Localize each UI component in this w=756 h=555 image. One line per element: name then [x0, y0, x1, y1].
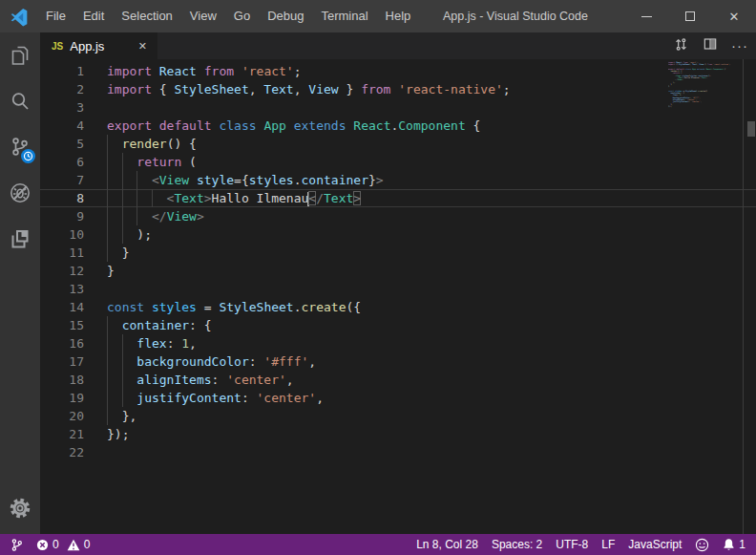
indent-guide	[107, 407, 108, 425]
menu-file[interactable]: File	[37, 0, 74, 32]
eol-setting[interactable]: LF	[595, 534, 621, 555]
code-line[interactable]: 11 }	[40, 244, 756, 262]
indent-guide	[107, 225, 108, 244]
code-area[interactable]: 1import React from 'react';2import { Sty…	[40, 59, 756, 534]
extensions-icon[interactable]	[0, 216, 40, 262]
maximize-icon	[685, 11, 695, 21]
search-icon[interactable]	[0, 78, 40, 124]
indent-guide	[107, 244, 108, 262]
code-line[interactable]: 21});	[40, 425, 756, 443]
code-line[interactable]: 22	[40, 443, 756, 461]
indent-guide	[122, 225, 123, 244]
tab-bar: JS App.js ✕	[40, 32, 756, 59]
code-line[interactable]: 13	[40, 280, 756, 298]
tab-close-icon[interactable]: ✕	[136, 38, 150, 54]
indent-guide	[122, 207, 123, 225]
line-number: 19	[40, 389, 84, 407]
sync-clock-badge	[21, 149, 35, 163]
code-line[interactable]: 1import React from 'react';	[40, 62, 756, 80]
notification-count: 1	[739, 538, 746, 551]
language-mode[interactable]: JavaScript	[621, 534, 688, 555]
menu-help[interactable]: Help	[377, 0, 420, 32]
code-line[interactable]: 19 justifyContent: 'center',	[40, 389, 756, 407]
settings-gear-icon[interactable]	[0, 490, 40, 526]
error-icon	[36, 539, 49, 551]
bell-icon	[723, 538, 735, 551]
cursor-position[interactable]: Ln 8, Col 28	[410, 534, 485, 555]
indent-guide	[136, 171, 137, 189]
code-line[interactable]: 20 },	[40, 407, 756, 425]
smiley-icon	[695, 538, 709, 552]
menu-terminal[interactable]: Terminal	[312, 0, 376, 32]
menu-debug[interactable]: Debug	[259, 0, 312, 32]
window-title: App.js - Visual Studio Code	[443, 10, 588, 23]
code-line[interactable]: 8 <Text>Hallo Ilmenau</Text>	[40, 189, 756, 207]
line-number: 1	[40, 62, 84, 80]
scrollbar-thumb[interactable]	[747, 121, 755, 137]
git-branch-button[interactable]	[4, 534, 30, 555]
indent-guide	[107, 207, 108, 225]
code-line[interactable]: 7 <View style={styles.container}>	[40, 171, 756, 189]
line-number: 6	[40, 153, 84, 171]
code-line[interactable]: 14const styles = StyleSheet.create({	[40, 298, 756, 316]
menu-view[interactable]: View	[181, 0, 225, 32]
indent-guide	[136, 207, 137, 225]
indent-guide	[107, 334, 108, 352]
code-line[interactable]: 16 flex: 1,	[40, 334, 756, 352]
code-line[interactable]: 18 alignItems: 'center',	[40, 371, 756, 389]
indent-guide	[107, 371, 108, 389]
git-branch-icon	[10, 538, 23, 552]
code-line[interactable]: 17 backgroundColor: '#fff',	[40, 352, 756, 371]
menu-selection[interactable]: Selection	[113, 0, 180, 32]
vscode-logo-icon	[10, 7, 29, 26]
line-number: 11	[40, 244, 84, 262]
tab-appjs[interactable]: JS App.js ✕	[40, 32, 158, 59]
minimize-button[interactable]	[624, 0, 668, 32]
encoding-setting[interactable]: UTF-8	[549, 534, 595, 555]
indent-guide	[107, 316, 108, 334]
code-line[interactable]: 9 </View>	[40, 207, 756, 225]
menu-edit[interactable]: Edit	[74, 0, 113, 32]
indent-guide	[136, 189, 137, 207]
line-number: 7	[40, 171, 84, 189]
line-number: 16	[40, 334, 84, 352]
line-number: 4	[40, 117, 84, 135]
minimap[interactable]: import React from 'react';import { Style…	[668, 61, 733, 110]
overview-ruler-border	[743, 59, 744, 534]
indent-guide	[107, 135, 108, 153]
code-editor[interactable]: 1import React from 'react';2import { Sty…	[40, 59, 756, 534]
code-line[interactable]: 12}	[40, 262, 756, 280]
close-icon: ✕	[729, 10, 740, 24]
code-line[interactable]: 4export default class App extends React.…	[40, 117, 756, 135]
vscode-window: File Edit Selection View Go Debug Termin…	[0, 0, 756, 555]
line-number: 3	[40, 98, 84, 117]
indent-guide	[122, 334, 123, 352]
code-line[interactable]: 10 );	[40, 225, 756, 244]
code-line[interactable]: 2import { StyleSheet, Text, View } from …	[40, 80, 756, 98]
split-editor-icon[interactable]	[703, 36, 718, 55]
source-control-icon[interactable]	[0, 124, 40, 170]
indent-guide	[122, 171, 123, 189]
more-actions-icon[interactable]: ···	[731, 41, 748, 51]
menu-go[interactable]: Go	[225, 0, 259, 32]
code-line[interactable]: 15 container: {	[40, 316, 756, 334]
code-line[interactable]: 5 render() {	[40, 135, 756, 153]
line-number: 2	[40, 80, 84, 98]
status-bar: 0 0 Ln 8, Col 28 Spaces: 2 UTF-8 LF Java…	[0, 534, 756, 555]
line-number: 8	[40, 189, 84, 207]
open-changes-icon[interactable]	[673, 36, 689, 56]
maximize-button[interactable]	[668, 0, 712, 32]
indent-guide	[122, 352, 123, 371]
explorer-icon[interactable]	[0, 32, 40, 78]
feedback-smiley-button[interactable]	[688, 534, 716, 555]
notifications-button[interactable]: 1	[716, 534, 752, 555]
code-line[interactable]: 6 return (	[40, 153, 756, 171]
debug-icon[interactable]	[0, 170, 40, 216]
code-line[interactable]: 3	[40, 98, 756, 117]
problems-button[interactable]: 0 0	[30, 534, 96, 555]
warning-icon	[67, 539, 80, 551]
close-button[interactable]: ✕	[712, 0, 756, 32]
indentation-setting[interactable]: Spaces: 2	[485, 534, 549, 555]
title-bar: File Edit Selection View Go Debug Termin…	[0, 0, 756, 32]
activity-bar	[0, 32, 40, 534]
